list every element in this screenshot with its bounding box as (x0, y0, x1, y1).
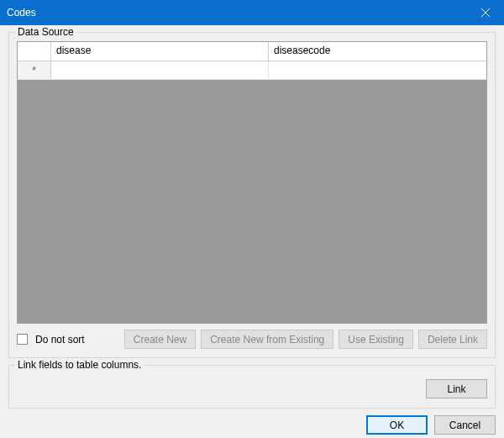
new-row-indicator[interactable]: * (18, 61, 51, 79)
table-row[interactable]: * (18, 61, 486, 80)
group-controls-row: Do not sort Create New Create New from E… (17, 330, 487, 349)
do-not-sort-checkbox[interactable] (17, 334, 28, 345)
cancel-button[interactable]: Cancel (434, 415, 496, 435)
create-new-from-existing-button[interactable]: Create New from Existing (201, 330, 333, 349)
row-selector-header[interactable] (18, 42, 51, 61)
create-new-button[interactable]: Create New (124, 330, 196, 349)
grid-header-row: disease diseasecode (18, 42, 486, 61)
close-button[interactable] (466, 0, 504, 25)
cell-diseasecode[interactable] (269, 61, 486, 79)
link-fields-group: Link fields to table columns. Link (8, 365, 496, 409)
data-source-group: Data Source disease diseasecode * Do not… (8, 32, 496, 358)
data-grid[interactable]: disease diseasecode * (17, 41, 487, 324)
client-area: Data Source disease diseasecode * Do not… (0, 25, 504, 438)
dialog-button-row: OK Cancel (8, 415, 496, 435)
delete-link-button[interactable]: Delete Link (418, 330, 487, 349)
column-header-disease[interactable]: disease (51, 42, 269, 61)
do-not-sort-label: Do not sort (35, 334, 85, 346)
column-header-diseasecode[interactable]: diseasecode (269, 42, 486, 61)
ok-button[interactable]: OK (366, 415, 428, 435)
data-source-legend: Data Source (15, 26, 76, 38)
link-button[interactable]: Link (426, 379, 487, 398)
close-icon (481, 8, 490, 17)
use-existing-button[interactable]: Use Existing (339, 330, 413, 349)
window-title: Codes (7, 7, 36, 18)
cell-disease[interactable] (51, 61, 269, 79)
link-fields-legend: Link fields to table columns. (15, 359, 144, 371)
title-bar: Codes (0, 0, 504, 25)
